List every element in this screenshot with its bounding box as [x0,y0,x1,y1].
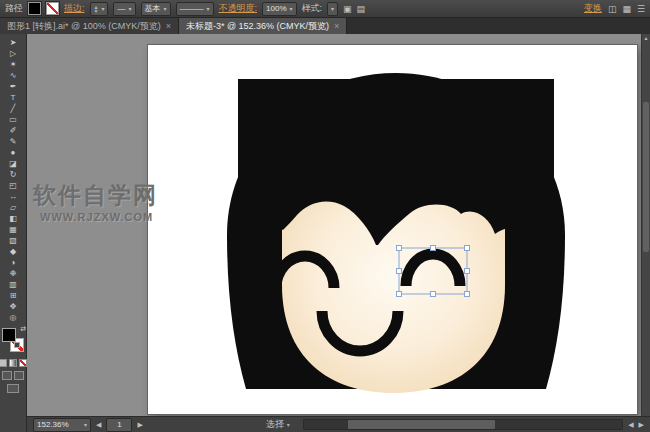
document-tab-1[interactable]: 图形1 [转换].ai* @ 100% (CMYK/预览) × [0,18,179,34]
chevron-down-icon[interactable]: ▾ [290,6,293,12]
blob-brush-tool[interactable]: ● [3,147,24,158]
selection-handle[interactable] [397,246,402,251]
transform-link[interactable]: 变换 [584,2,602,15]
selection-handle[interactable] [465,246,470,251]
artboard-tool[interactable]: ⊞ [3,290,24,301]
selection-tool[interactable]: ➤ [3,37,24,48]
stroke-color-swatch[interactable] [46,2,59,15]
selection-handle[interactable] [397,292,402,297]
brush-definition-value: 基本 [145,3,161,14]
close-icon[interactable]: × [334,21,339,31]
chevron-down-icon[interactable]: ▾ [164,6,167,12]
stroke-style-preview: ——— [180,4,204,13]
draw-normal-button[interactable] [2,371,12,380]
watermark-url: WWW.RJZXW.COM [40,211,158,223]
stroke-style-combo[interactable]: ——— ▾ [176,2,214,16]
scale-tool[interactable]: ◰ [3,180,24,191]
symbol-sprayer-tool[interactable]: ❉ [3,268,24,279]
blend-tool[interactable]: ◑ [3,257,24,268]
rotate-tool[interactable]: ↻ [3,169,24,180]
scroll-left-icon[interactable]: ◀ [628,421,633,429]
align-panel-icon[interactable]: ◫ [608,4,617,14]
zoom-combo[interactable]: 152.36% ▾ [33,418,91,432]
watermark-title: 软件自学网 [33,182,158,208]
rectangle-tool[interactable]: ▭ [3,114,24,125]
fill-indicator[interactable] [2,328,16,342]
width-profile-combo[interactable]: — ▾ [113,2,135,16]
artboard-number-box[interactable]: 1 [106,418,132,432]
status-indicator[interactable]: 选择 ▾ [266,418,290,431]
scroll-up-icon[interactable]: ▲ [644,34,649,42]
line-segment-tool[interactable]: ╱ [3,103,24,114]
stroke-indicator-hole [14,342,20,348]
width-tool[interactable]: ↔ [3,191,24,202]
stroke-link[interactable]: 描边: [64,2,85,15]
style-label: 样式: [302,2,323,15]
document-tab-2-label: 未标题-3* @ 152.36% (CMYK/预览) [186,20,329,33]
swap-fill-stroke-icon[interactable]: ⇄ [20,325,26,333]
document-tab-2[interactable]: 未标题-3* @ 152.36% (CMYK/预览) × [179,18,347,34]
vertical-scroll-thumb[interactable] [643,102,649,252]
gradient-tool[interactable]: ▧ [3,235,24,246]
vertical-scrollbar[interactable]: ▲ [641,34,650,416]
pen-tool[interactable]: ✒ [3,81,24,92]
chevron-down-icon[interactable]: ▾ [331,6,334,12]
type-tool[interactable]: T [3,92,24,103]
selection-handle[interactable] [431,292,436,297]
screen-mode-button[interactable] [7,384,19,393]
lasso-tool[interactable]: ∿ [3,70,24,81]
free-transform-tool[interactable]: ▱ [3,202,24,213]
opacity-link[interactable]: 不透明度: [219,2,258,15]
watermark: 软件自学网 WWW.RJZXW.COM [33,182,158,223]
selection-handle[interactable] [465,292,470,297]
chevron-down-icon[interactable]: ▾ [84,422,87,428]
next-artboard-icon[interactable]: ▶ [137,421,142,429]
chevron-down-icon: ▾ [287,421,290,428]
artboard[interactable] [148,45,637,414]
brush-definition-combo[interactable]: 基本 ▾ [141,2,171,16]
horizontal-scrollbar[interactable] [303,419,623,430]
hand-tool[interactable]: ✥ [3,301,24,312]
selection-handle[interactable] [431,246,436,251]
magic-wand-tool[interactable]: ✶ [3,59,24,70]
object-type-label: 路径 [5,2,23,15]
chevron-down-icon[interactable]: ▾ [128,6,131,12]
document-setup-icon[interactable]: ▣ [343,4,352,14]
selection-handle[interactable] [465,269,470,274]
style-combo[interactable]: ▾ [327,2,338,16]
artboard-number-value: 1 [117,420,121,429]
pathfinder-panel-icon[interactable]: ▦ [622,4,631,14]
none-button[interactable] [19,359,27,367]
fill-color-swatch[interactable] [28,2,41,15]
opacity-combo[interactable]: 100% ▾ [262,2,296,16]
chevron-down-icon[interactable]: ▾ [101,6,104,12]
color-button[interactable] [0,359,7,367]
prev-artboard-icon[interactable]: ◀ [96,421,101,429]
horizontal-scroll-thumb[interactable] [348,420,494,429]
zoom-tool[interactable]: ◎ [3,312,24,323]
preferences-icon[interactable]: ▤ [357,4,366,14]
draw-behind-button[interactable] [14,371,24,380]
mesh-tool[interactable]: ▦ [3,224,24,235]
spinner-down-icon[interactable]: ▼ [94,9,99,13]
paintbrush-tool[interactable]: ✐ [3,125,24,136]
panel-menu-icon[interactable]: ☰ [637,4,645,14]
stroke-weight-spinner[interactable]: ▲ ▼ [94,5,99,13]
stroke-weight-combo[interactable]: ▲ ▼ ▾ [90,2,109,16]
direct-selection-tool[interactable]: ▷ [3,48,24,59]
eyedropper-tool[interactable]: ◆ [3,246,24,257]
shape-builder-tool[interactable]: ◧ [3,213,24,224]
document-tab-bar: 图形1 [转换].ai* @ 100% (CMYK/预览) × 未标题-3* @… [0,18,650,35]
width-profile-preview: — [117,4,125,13]
gradient-button[interactable] [9,359,17,367]
tools-panel: ➤ ▷ ✶ ∿ ✒ T ╱ ▭ ✐ ✎ ● ◪ ↻ ◰ ↔ ▱ ◧ ▦ ▧ ◆ … [0,34,27,432]
canvas-area[interactable]: 软件自学网 WWW.RJZXW.COM [27,34,650,416]
selection-handle[interactable] [397,269,402,274]
eraser-tool[interactable]: ◪ [3,158,24,169]
column-graph-tool[interactable]: ▥ [3,279,24,290]
pencil-tool[interactable]: ✎ [3,136,24,147]
chevron-down-icon[interactable]: ▾ [207,6,210,12]
close-icon[interactable]: × [166,21,171,31]
drawing-mode-row [2,371,24,380]
scroll-right-icon[interactable]: ▶ [639,421,644,429]
